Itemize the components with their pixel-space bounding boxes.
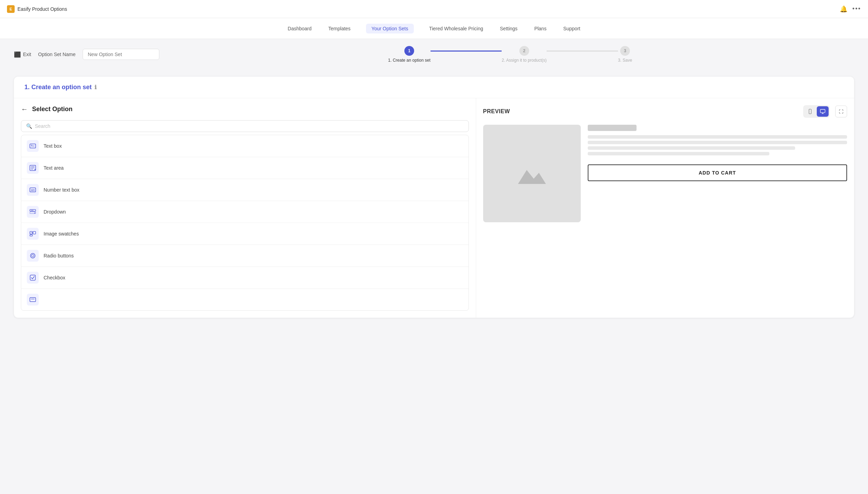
nav-item-your-option-sets[interactable]: Your Option Sets [366,24,414,33]
list-item[interactable]: Radio buttons [21,245,469,267]
product-desc-bar [588,135,847,139]
option-name: Dropdown [44,209,66,215]
search-icon: 🔍 [26,123,32,129]
back-arrow-icon[interactable]: ← [21,105,28,113]
mobile-view-btn[interactable] [804,106,816,117]
option-name: Number text box [44,187,79,193]
exit-label: Exit [23,52,31,57]
exit-icon: ⬛ [14,51,21,58]
step-1-label: 1. Create an option set [388,58,430,63]
toolbar: ⬛ Exit Option Set Name 1 1. Create an op… [0,39,868,70]
step-3: 3 3. Save [618,46,632,63]
section-title: 1. Create an option set ℹ [24,84,844,91]
top-bar-left: E Easify Product Options [7,5,67,13]
view-controls [803,105,847,118]
text-area-icon [27,162,39,174]
help-icon[interactable]: ℹ [94,84,97,91]
list-item[interactable] [21,289,469,310]
search-input[interactable] [35,123,464,129]
top-bar: E Easify Product Options 🔔 ••• [0,0,868,18]
nav-item-tiered-wholesale-pricing[interactable]: Tiered Wholesale Pricing [428,18,485,39]
list-item[interactable]: Dropdown [21,201,469,223]
nav-item-support[interactable]: Support [562,18,582,39]
list-item[interactable]: Text area [21,157,469,179]
main-nav: Dashboard Templates Your Option Sets Tie… [0,18,868,39]
radio-buttons-icon [27,250,39,262]
product-title-bar [588,125,637,131]
product-desc-bar [588,146,795,150]
preview-label: PREVIEW [483,108,510,115]
list-item[interactable]: Text box [21,135,469,157]
nav-item-templates[interactable]: Templates [327,18,352,39]
step-3-label: 3. Save [618,58,632,63]
step-line-2 [547,51,618,52]
step-3-circle: 3 [620,46,630,56]
search-box: 🔍 [21,120,469,132]
svg-rect-20 [809,109,812,114]
list-item[interactable]: Checkbox [21,267,469,289]
svg-rect-17 [30,275,36,280]
app-logo: E [7,5,15,13]
number-text-box-icon: 123 [27,184,39,196]
more-menu-icon[interactable]: ••• [852,5,861,13]
exit-button[interactable]: ⬛ Exit [14,51,31,58]
add-to-cart-button[interactable]: ADD TO CART [588,164,847,181]
svg-point-16 [32,255,34,257]
option-set-name-label: Option Set Name [38,52,75,57]
nav-item-plans[interactable]: Plans [533,18,548,39]
step-line-1 [431,51,502,52]
nav-item-settings[interactable]: Settings [498,18,519,39]
main-content: 1. Create an option set ℹ ← Select Optio… [0,70,868,325]
top-bar-right: 🔔 ••• [840,5,861,13]
list-item[interactable]: 123 Number text box [21,179,469,201]
notification-icon[interactable]: 🔔 [840,5,847,13]
step-1-circle: 1 [404,46,414,56]
svg-rect-18 [30,298,36,302]
option-list: Text box Text [21,135,469,311]
option-name: Checkbox [44,275,65,280]
right-panel: PREVIEW [476,98,854,318]
text-box-icon [27,140,39,152]
step-1: 1 1. Create an option set [388,46,430,63]
svg-text:123: 123 [31,189,35,191]
svg-rect-13 [33,231,36,234]
section-header: 1. Create an option set ℹ [14,77,854,98]
product-desc-bar [588,141,847,144]
more-option-icon [27,294,39,306]
option-name: Text box [44,143,62,149]
steps-container: 1 1. Create an option set 2 2. Assign it… [166,46,854,63]
product-info: ADD TO CART [588,125,847,181]
image-swatches-icon [27,228,39,240]
svg-point-15 [30,253,35,258]
preview-content: ADD TO CART [483,125,847,222]
product-desc-bar [588,152,769,155]
step-2-circle: 2 [519,46,529,56]
step-2: 2 2. Assign it to product(s) [502,46,547,63]
option-name: Text area [44,165,64,171]
option-set-name-input[interactable] [83,49,159,60]
product-image-placeholder [483,125,581,222]
svg-rect-14 [30,235,33,236]
checkbox-icon [27,272,39,284]
left-panel: ← Select Option 🔍 [14,98,476,318]
left-panel-header: ← Select Option [21,105,469,113]
nav-item-dashboard[interactable]: Dashboard [286,18,313,39]
svg-rect-21 [820,109,825,113]
left-panel-title: Select Option [32,106,73,113]
desktop-view-btn[interactable] [817,106,829,117]
preview-header: PREVIEW [483,105,847,118]
dropdown-icon [27,206,39,218]
main-card: 1. Create an option set ℹ ← Select Optio… [14,77,854,318]
app-name: Easify Product Options [17,6,67,12]
option-name: Radio buttons [44,253,74,258]
list-item[interactable]: Image swatches [21,223,469,245]
two-panel: ← Select Option 🔍 [14,98,854,318]
expand-btn[interactable] [835,106,847,117]
option-name: Image swatches [44,231,79,237]
step-2-label: 2. Assign it to product(s) [502,58,547,63]
view-toggles [803,105,830,118]
